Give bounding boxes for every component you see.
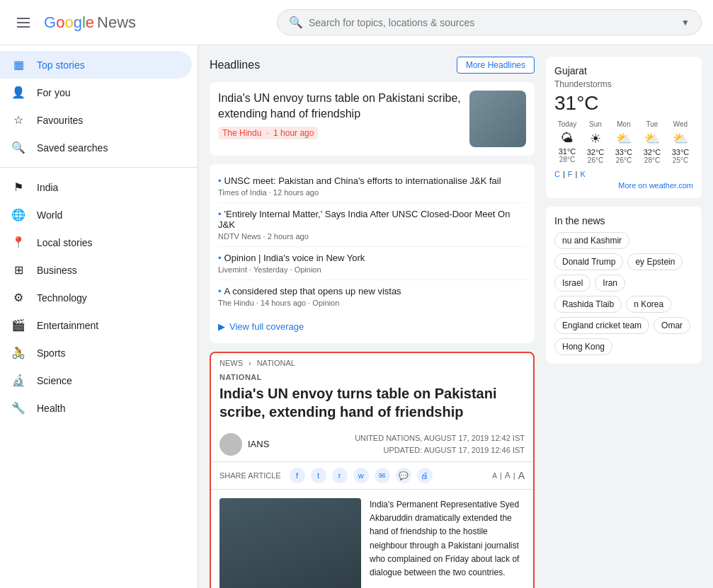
sidebar-item-india[interactable]: ⚑ India xyxy=(0,173,192,201)
favourites-icon: ☆ xyxy=(11,113,25,127)
view-full-coverage-button[interactable]: ▶ View full coverage xyxy=(218,316,304,338)
view-coverage-label: View full coverage xyxy=(229,321,304,332)
search-dropdown-icon[interactable]: ▼ xyxy=(681,18,690,28)
search-input[interactable] xyxy=(309,17,673,28)
article-text: India's UN envoy turns table on Pakistan… xyxy=(218,91,461,147)
article-expanded-panel: NEWS › NATIONAL NATIONAL India's UN envo… xyxy=(210,352,535,588)
news-tag-9[interactable]: Hong Kong xyxy=(554,338,612,355)
sidebar-item-top-stories[interactable]: ▦ Top stories xyxy=(0,51,192,79)
weather-city: Gujarat xyxy=(554,65,693,76)
news-tag-5[interactable]: Rashida Tlaib xyxy=(554,296,622,313)
news-tag-1[interactable]: Donald Trump xyxy=(554,253,623,270)
news-tag-8[interactable]: Omar xyxy=(654,317,690,334)
news-tag-2[interactable]: ey Epstein xyxy=(627,253,683,270)
forecast-tue-icon: ⛅ xyxy=(639,131,665,146)
world-icon: 🌐 xyxy=(11,208,25,221)
news-tag-6[interactable]: n Korea xyxy=(626,296,671,313)
sub-article-title-0: UNSC meet: Pakistan and China's efforts … xyxy=(224,175,501,186)
share-row: SHARE ARTICLE f t r w ✉ 💬 🖨 A | A | A xyxy=(211,462,533,490)
news-tag-3[interactable]: Israel xyxy=(554,275,591,292)
font-small[interactable]: A xyxy=(492,472,497,480)
sub-article-meta-2: Livemint · Yesterday · Opinion xyxy=(218,265,526,274)
hamburger-icon[interactable] xyxy=(11,12,35,33)
article-expanded-title: India's UN envoy turns table on Pakistan… xyxy=(211,384,533,427)
sidebar-divider xyxy=(0,167,198,168)
technology-icon: ⚙ xyxy=(11,291,25,304)
forecast-sun: Sun ☀ 32°C 26°C xyxy=(583,120,608,164)
sub-article-1[interactable]: •'Entirely Internal Matter,' Says India … xyxy=(218,203,526,247)
forecast-mon: Mon ⛅ 33°C 26°C xyxy=(611,120,637,164)
article-thumb-image xyxy=(469,91,526,147)
in-the-news-card: In the news nu and Kashmir Donald Trump … xyxy=(546,207,702,364)
sidebar-item-science[interactable]: 🔬 Science xyxy=(0,367,192,394)
share-email-icon[interactable]: ✉ xyxy=(375,468,390,483)
sidebar: ▦ Top stories 👤 For you ☆ Favourites 🔍 S… xyxy=(0,45,198,588)
author-avatar xyxy=(219,433,242,456)
forecast-tue: Tue ⛅ 32°C 28°C xyxy=(639,120,665,164)
in-the-news-title: In the news xyxy=(554,215,693,226)
sidebar-item-health[interactable]: 🔧 Health xyxy=(0,394,192,422)
sub-article-3[interactable]: •A considered step that opens up new vis… xyxy=(218,280,526,313)
share-facebook-icon[interactable]: f xyxy=(290,468,305,483)
weather-temp: 31°C xyxy=(554,92,693,115)
breadcrumb: NEWS › NATIONAL xyxy=(211,353,533,367)
unit-k[interactable]: K xyxy=(580,170,585,178)
font-medium[interactable]: A xyxy=(505,471,510,480)
sub-article-2[interactable]: •Opinion | India's voice in New York Liv… xyxy=(218,247,526,280)
temp-unit: °C xyxy=(576,92,598,114)
for-you-icon: 👤 xyxy=(11,86,25,99)
headlines-title: Headlines xyxy=(210,59,260,71)
news-tags: nu and Kashmir Donald Trump ey Epstein I… xyxy=(554,232,693,355)
sidebar-item-technology[interactable]: ⚙ Technology xyxy=(0,284,192,311)
sub-article-0[interactable]: •UNSC meet: Pakistan and China's efforts… xyxy=(218,170,526,203)
more-headlines-button[interactable]: More Headlines xyxy=(457,57,535,74)
sidebar-label-saved-searches: Saved searches xyxy=(37,142,108,154)
science-icon: 🔬 xyxy=(11,374,25,387)
forecast-mon-icon: ⛅ xyxy=(611,131,637,146)
google-news-logo[interactable]: Google News xyxy=(44,13,136,32)
sidebar-item-for-you[interactable]: 👤 For you xyxy=(0,79,192,106)
sidebar-item-business[interactable]: ⊞ Business xyxy=(0,256,192,284)
business-icon: ⊞ xyxy=(11,263,25,277)
news-tag-4[interactable]: Iran xyxy=(595,275,625,292)
local-stories-icon: 📍 xyxy=(11,236,25,249)
news-tag-7[interactable]: England cricket team xyxy=(554,317,649,334)
sidebar-item-world[interactable]: 🌐 World xyxy=(0,201,192,229)
sidebar-label-technology: Technology xyxy=(37,292,87,304)
sub-article-meta-1: NDTV News · 2 hours ago xyxy=(218,232,526,241)
sidebar-label-health: Health xyxy=(37,403,65,414)
news-tag-0[interactable]: nu and Kashmir xyxy=(554,232,629,249)
forecast-wed-icon: ⛅ xyxy=(668,131,693,146)
health-icon: 🔧 xyxy=(11,401,25,415)
sidebar-label-for-you: For you xyxy=(37,87,70,98)
sub-articles-list: •UNSC meet: Pakistan and China's efforts… xyxy=(210,164,535,343)
share-chat-icon[interactable]: 💬 xyxy=(396,468,411,483)
share-reddit-icon[interactable]: r xyxy=(332,468,348,483)
content-area: Headlines More Headlines India's UN envo… xyxy=(198,45,713,588)
breadcrumb-section: NATIONAL xyxy=(257,359,295,367)
breadcrumb-separator: › xyxy=(249,359,251,367)
share-label: SHARE ARTICLE xyxy=(219,471,281,480)
unit-c[interactable]: C xyxy=(554,170,560,178)
sidebar-item-local-stories[interactable]: 📍 Local stories xyxy=(0,229,192,256)
header: Google News 🔍 ▼ xyxy=(0,0,713,45)
weather-condition: Thunderstorms xyxy=(554,79,693,89)
sidebar-item-sports[interactable]: 🚴 Sports xyxy=(0,339,192,367)
print-icon[interactable]: 🖨 xyxy=(417,468,433,483)
sidebar-label-india: India xyxy=(37,182,58,193)
sub-article-meta-3: The Hindu · 14 hours ago · Opinion xyxy=(218,299,526,307)
sidebar-item-favourites[interactable]: ☆ Favourites xyxy=(0,106,192,134)
sidebar-label-entertainment: Entertainment xyxy=(37,320,98,331)
sidebar-item-entertainment[interactable]: 🎬 Entertainment xyxy=(0,311,192,339)
share-whatsapp-icon[interactable]: w xyxy=(353,468,369,483)
font-large[interactable]: A xyxy=(518,470,525,481)
main-article[interactable]: India's UN envoy turns table on Pakistan… xyxy=(210,82,535,156)
sidebar-item-saved-searches[interactable]: 🔍 Saved searches xyxy=(0,134,192,161)
weather-forecast: Today 🌤 31°C 28°C Sun ☀ 32°C 26°C Mon ⛅ xyxy=(554,120,693,164)
body-para-0: India's Permanent Representative Syed Ak… xyxy=(370,498,525,580)
weather-more-link[interactable]: More on weather.com xyxy=(554,181,693,190)
share-twitter-icon[interactable]: t xyxy=(311,468,326,483)
article-section-label: NATIONAL xyxy=(211,367,533,384)
unit-f[interactable]: F xyxy=(568,170,573,178)
author-row: IANS UNITED NATIONS, AUGUST 17, 2019 12:… xyxy=(211,427,533,462)
